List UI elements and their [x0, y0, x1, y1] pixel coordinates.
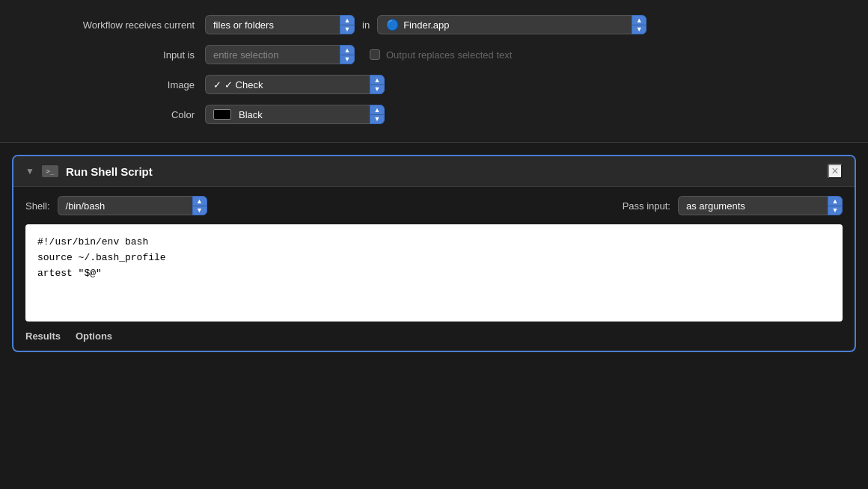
files-folders-stepper-up[interactable]: ▲ [340, 16, 354, 25]
pass-input-stepper-up[interactable]: ▲ [828, 197, 842, 206]
image-stepper-down[interactable]: ▼ [370, 85, 384, 94]
workflow-controls: files or folders ▲ ▼ in 🔵 Finder.app ▲ ▼ [205, 15, 647, 34]
top-section: Workflow receives current files or folde… [0, 0, 868, 143]
finder-select[interactable]: 🔵 Finder.app [377, 15, 632, 34]
image-select[interactable]: ✓ ✓ Check [205, 75, 370, 94]
color-label: Color [30, 109, 195, 120]
pass-input-select[interactable]: as arguments [678, 196, 828, 215]
pass-input-label: Pass input: [623, 200, 670, 212]
shell-label: Shell: [25, 200, 50, 212]
finder-stepper-down[interactable]: ▼ [632, 25, 646, 34]
color-wrapper: Black ▲ ▼ [205, 105, 385, 124]
files-folders-wrapper: files or folders ▲ ▼ [205, 15, 355, 34]
shell-footer: Results Options [13, 322, 855, 351]
shell-path-stepper-down[interactable]: ▼ [193, 206, 207, 215]
output-replaces-label: Output replaces selected text [386, 49, 512, 61]
shell-header: ▼ >_ Run Shell Script × [13, 156, 855, 187]
shell-section: ▼ >_ Run Shell Script × Shell: /bin/bash… [12, 155, 856, 352]
terminal-icon: >_ [42, 165, 58, 177]
input-is-stepper[interactable]: ▲ ▼ [340, 45, 355, 64]
pass-input-wrapper: as arguments ▲ ▼ [678, 196, 843, 215]
shell-controls: Shell: /bin/bash ▲ ▼ Pass input: as argu… [13, 187, 855, 224]
results-button[interactable]: Results [25, 330, 61, 342]
image-label: Image [30, 79, 195, 90]
finder-stepper-up[interactable]: ▲ [632, 16, 646, 25]
image-stepper[interactable]: ▲ ▼ [370, 75, 385, 94]
options-button[interactable]: Options [76, 330, 112, 342]
image-row: Image ✓ ✓ Check ▲ ▼ [30, 75, 838, 94]
input-is-stepper-up[interactable]: ▲ [340, 46, 354, 55]
color-value-label: Black [239, 109, 263, 120]
code-content: #!/usr/bin/env bash source ~/.bash_profi… [37, 235, 831, 281]
pass-input-stepper[interactable]: ▲ ▼ [828, 196, 843, 215]
input-is-label: Input is [30, 49, 195, 61]
code-area[interactable]: #!/usr/bin/env bash source ~/.bash_profi… [25, 224, 843, 322]
shell-script-title: Run Shell Script [66, 165, 828, 178]
input-is-wrapper: entire selection ▲ ▼ [205, 45, 355, 64]
check-label: ✓ Check [224, 79, 263, 90]
shell-left-controls: Shell: /bin/bash ▲ ▼ [25, 196, 207, 215]
chevron-down-icon[interactable]: ▼ [25, 166, 34, 176]
shell-right-controls: Pass input: as arguments ▲ ▼ [623, 196, 843, 215]
input-is-stepper-down[interactable]: ▼ [340, 55, 354, 64]
color-select[interactable]: Black [205, 105, 370, 124]
shell-path-select[interactable]: /bin/bash [58, 196, 192, 215]
shell-path-wrapper: /bin/bash ▲ ▼ [58, 196, 207, 215]
output-replaces-checkbox[interactable] [370, 49, 380, 60]
input-is-select[interactable]: entire selection [205, 45, 340, 64]
finder-icon: 🔵 [385, 18, 399, 31]
color-swatch [213, 109, 231, 120]
color-stepper-up[interactable]: ▲ [370, 105, 384, 115]
color-stepper-down[interactable]: ▼ [370, 115, 384, 124]
output-replaces-area: Output replaces selected text [370, 49, 512, 61]
finder-label: Finder.app [403, 19, 449, 31]
color-row: Color Black ▲ ▼ [30, 105, 838, 124]
workflow-row: Workflow receives current files or folde… [30, 15, 838, 34]
files-folders-stepper-down[interactable]: ▼ [340, 25, 354, 34]
shell-path-stepper-up[interactable]: ▲ [193, 197, 207, 206]
image-wrapper: ✓ ✓ Check ▲ ▼ [205, 75, 385, 94]
check-mark-icon: ✓ [213, 79, 221, 90]
workflow-label: Workflow receives current [30, 19, 195, 31]
close-button[interactable]: × [828, 164, 843, 179]
shell-path-stepper[interactable]: ▲ ▼ [192, 196, 207, 215]
pass-input-stepper-down[interactable]: ▼ [828, 206, 842, 215]
image-stepper-up[interactable]: ▲ [370, 76, 384, 85]
color-stepper[interactable]: ▲ ▼ [370, 105, 385, 124]
files-folders-select[interactable]: files or folders [205, 15, 340, 34]
in-label: in [362, 19, 370, 31]
input-row: Input is entire selection ▲ ▼ Output rep… [30, 45, 838, 64]
files-folders-stepper[interactable]: ▲ ▼ [340, 15, 355, 34]
finder-stepper[interactable]: ▲ ▼ [632, 15, 647, 34]
finder-wrapper: 🔵 Finder.app ▲ ▼ [377, 15, 647, 34]
